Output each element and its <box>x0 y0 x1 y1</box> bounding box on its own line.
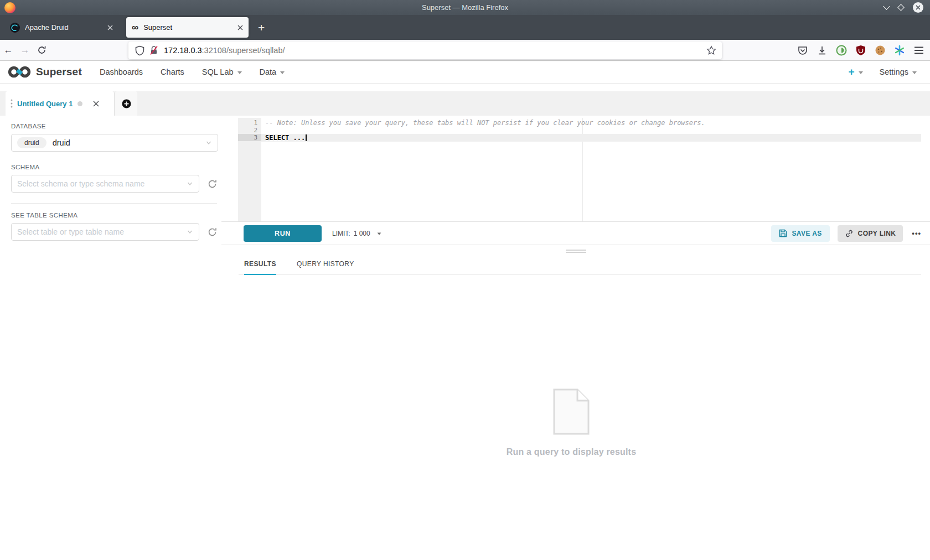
reload-button[interactable] <box>33 45 50 55</box>
schema-label: SCHEMA <box>11 164 221 170</box>
url-bar[interactable]: 172.18.0.3:32108/superset/sqllab/ <box>128 42 722 59</box>
editor-toolbar: RUN LIMIT: 1 000 SAVE AS <box>221 221 930 245</box>
schema-input[interactable] <box>17 179 187 188</box>
bookmark-star-icon[interactable] <box>706 45 716 55</box>
add-new-button[interactable]: + <box>848 66 862 78</box>
chevron-down-icon <box>187 229 193 235</box>
new-tab-button[interactable]: + <box>258 22 265 33</box>
downloads-icon[interactable] <box>817 45 828 55</box>
browser-tab-superset[interactable]: ∞ Superset <box>126 17 249 38</box>
nav-dashboards[interactable]: Dashboards <box>100 68 143 76</box>
superset-navbar: Superset Dashboards Charts SQL Lab Data … <box>0 61 930 84</box>
back-button[interactable]: ← <box>0 45 17 56</box>
nav-charts[interactable]: Charts <box>161 68 184 76</box>
chevron-down-icon <box>377 232 381 235</box>
copy-link-button[interactable]: COPY LINK <box>838 225 903 242</box>
sql-code: SELECT ... <box>261 134 305 142</box>
sqllab-main-pane: 1 -- Note: Unless you save your query, t… <box>221 116 930 560</box>
table-select[interactable] <box>11 223 199 241</box>
query-tab-bar: Untitled Query 1 <box>0 91 930 116</box>
line-number: 1 <box>238 119 261 126</box>
editor-line-active[interactable]: 3 SELECT ... <box>238 134 921 142</box>
superset-favicon-icon: ∞ <box>132 23 138 32</box>
browser-toolbar: ← → 172.18.0.3:32108/superset/sqlla <box>0 40 930 61</box>
more-options-button[interactable]: ••• <box>912 229 921 237</box>
plus-circle-icon <box>122 99 131 108</box>
window-title: Superset — Mozilla Firefox <box>0 3 930 12</box>
forward-button[interactable]: → <box>17 45 33 56</box>
spacer <box>0 84 930 91</box>
menu-hamburger-icon[interactable] <box>913 46 924 54</box>
divider <box>11 203 217 204</box>
link-icon <box>845 229 854 238</box>
browser-titlebar: Superset — Mozilla Firefox <box>0 0 930 15</box>
chevron-down-icon <box>205 139 212 146</box>
tab-close-icon[interactable] <box>237 25 243 30</box>
database-label: DATABASE <box>11 123 221 129</box>
tab-label: Superset <box>143 23 237 32</box>
window-maximize-icon[interactable] <box>897 4 905 11</box>
limit-label: LIMIT: <box>332 230 350 237</box>
limit-value: 1 000 <box>354 230 370 237</box>
results-pane: RESULTS QUERY HISTORY Run a query to dis… <box>221 245 930 560</box>
schema-select[interactable] <box>11 175 199 193</box>
sql-comment: -- Note: Unless you save your query, the… <box>261 119 705 127</box>
results-tabbar: RESULTS QUERY HISTORY <box>239 260 921 275</box>
ublock-icon[interactable] <box>855 45 866 56</box>
cookie-extension-icon[interactable] <box>875 45 886 56</box>
drag-grip-icon[interactable] <box>11 99 13 108</box>
document-icon <box>553 388 590 435</box>
extension-green-icon[interactable] <box>836 45 847 56</box>
window-minimize-icon[interactable] <box>883 3 890 10</box>
editor-line[interactable]: 2 <box>238 127 921 134</box>
sql-editor[interactable]: 1 -- Note: Unless you save your query, t… <box>238 118 921 221</box>
brand-name[interactable]: Superset <box>36 66 82 78</box>
druid-favicon-icon <box>10 23 20 33</box>
url-host: 172.18.0.3 <box>164 46 202 55</box>
add-query-tab-button[interactable] <box>115 91 137 116</box>
line-number: 3 <box>238 134 261 141</box>
chevron-down-icon <box>280 71 285 74</box>
sqllab-sidebar: DATABASE druid druid SCHEMA <box>0 116 221 560</box>
tab-query-history[interactable]: QUERY HISTORY <box>297 260 354 274</box>
refresh-tables-icon[interactable] <box>207 227 218 237</box>
browser-tab-apache-druid[interactable]: Apache Druid <box>4 17 118 38</box>
query-tab-close-icon[interactable] <box>93 101 99 107</box>
tab-label: Apache Druid <box>25 23 107 32</box>
save-as-button[interactable]: SAVE AS <box>771 225 829 242</box>
window-close-icon[interactable] <box>913 2 923 13</box>
pocket-icon[interactable] <box>797 45 808 56</box>
sparkle-extension-icon[interactable] <box>894 45 905 56</box>
table-schema-label: SEE TABLE SCHEMA <box>11 212 221 219</box>
nav-sql-lab[interactable]: SQL Lab <box>202 68 242 76</box>
query-tab-active[interactable]: Untitled Query 1 <box>6 91 115 116</box>
refresh-schemas-icon[interactable] <box>207 179 218 189</box>
settings-menu[interactable]: Settings <box>880 68 917 76</box>
query-tab-title: Untitled Query 1 <box>17 100 73 108</box>
chevron-down-icon <box>187 180 193 187</box>
empty-results-message: Run a query to display results <box>221 447 921 457</box>
editor-line[interactable]: 1 -- Note: Unless you save your query, t… <box>238 119 921 127</box>
insecure-lock-icon[interactable] <box>149 45 158 55</box>
table-input[interactable] <box>17 227 187 236</box>
database-select[interactable]: druid druid <box>11 134 218 152</box>
chevron-down-icon <box>859 71 863 74</box>
unsaved-indicator-dot <box>78 101 82 106</box>
line-number: 2 <box>238 127 261 134</box>
empty-results-state: Run a query to display results <box>221 388 921 457</box>
url-path: :32108/superset/sqllab/ <box>202 46 285 55</box>
save-icon <box>779 229 787 237</box>
nav-data[interactable]: Data <box>260 68 285 76</box>
superset-logo-icon[interactable] <box>7 65 32 79</box>
tab-close-icon[interactable] <box>107 25 113 30</box>
url-text[interactable]: 172.18.0.3:32108/superset/sqllab/ <box>164 46 706 55</box>
chevron-down-icon <box>912 71 917 74</box>
tab-results[interactable]: RESULTS <box>244 260 276 275</box>
run-button[interactable]: RUN <box>244 225 322 242</box>
chevron-down-icon <box>237 71 242 74</box>
application-window: Superset — Mozilla Firefox Apache Druid <box>0 0 930 560</box>
limit-dropdown[interactable]: LIMIT: 1 000 <box>332 230 381 237</box>
text-cursor <box>306 134 307 141</box>
shield-icon[interactable] <box>135 45 144 56</box>
pane-resize-handle[interactable] <box>566 250 586 253</box>
